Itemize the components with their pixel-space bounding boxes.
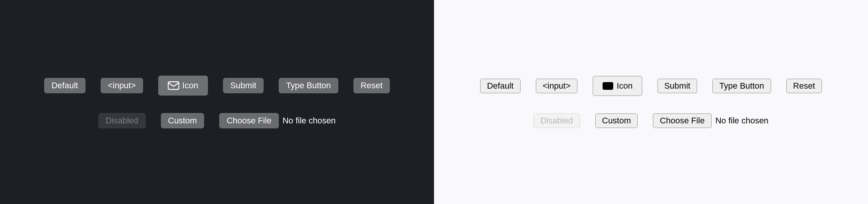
envelope-icon: [168, 81, 179, 90]
icon-button-label: Icon: [617, 81, 633, 91]
button-row-1: Default <input> Icon Submit Type Button …: [480, 76, 822, 96]
file-status-text: No file chosen: [715, 116, 768, 126]
disabled-button: Disabled: [98, 113, 146, 128]
svg-rect-0: [168, 82, 179, 89]
light-theme-panel: Default <input> Icon Submit Type Button …: [434, 0, 868, 204]
reset-button[interactable]: Reset: [786, 79, 822, 93]
input-button[interactable]: <input>: [536, 79, 577, 93]
choose-file-button[interactable]: Choose File: [219, 113, 278, 128]
icon-button[interactable]: Icon: [593, 76, 642, 96]
submit-button[interactable]: Submit: [223, 78, 264, 93]
svg-rect-1: [603, 82, 613, 90]
reset-button[interactable]: Reset: [354, 78, 390, 93]
disabled-button: Disabled: [534, 113, 580, 128]
button-row-1: Default <input> Icon Submit Type Button …: [44, 76, 390, 96]
submit-button[interactable]: Submit: [657, 79, 697, 93]
icon-button[interactable]: Icon: [158, 76, 208, 96]
envelope-icon: [602, 81, 614, 91]
dark-theme-panel: Default <input> Icon Submit Type Button …: [0, 0, 434, 204]
file-input-group: Choose File No file chosen: [653, 113, 768, 128]
button-row-2: Disabled Custom Choose File No file chos…: [98, 113, 336, 128]
type-button[interactable]: Type Button: [712, 79, 771, 93]
file-input-group: Choose File No file chosen: [219, 113, 336, 128]
input-button[interactable]: <input>: [101, 78, 143, 93]
custom-button[interactable]: Custom: [595, 113, 638, 128]
choose-file-button[interactable]: Choose File: [653, 113, 711, 128]
button-row-2: Disabled Custom Choose File No file chos…: [534, 113, 768, 128]
custom-button[interactable]: Custom: [161, 113, 204, 128]
file-status-text: No file chosen: [283, 116, 336, 126]
default-button[interactable]: Default: [44, 78, 85, 93]
icon-button-label: Icon: [182, 81, 198, 91]
default-button[interactable]: Default: [480, 79, 521, 93]
type-button[interactable]: Type Button: [279, 78, 338, 93]
